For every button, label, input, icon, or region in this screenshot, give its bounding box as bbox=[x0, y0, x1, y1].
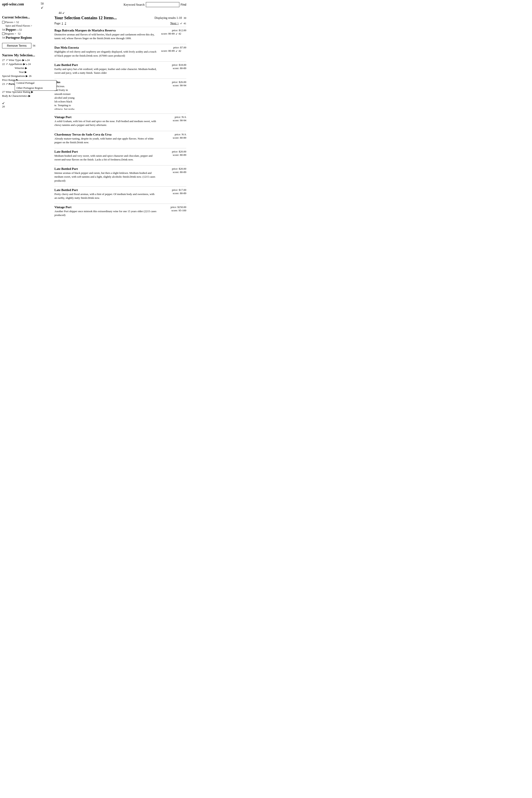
wine-score-7: score: 80-89 bbox=[161, 153, 186, 157]
special-designations-count: 26 bbox=[29, 74, 32, 78]
wine-name-2[interactable]: Dao Mela Encosta bbox=[54, 46, 157, 50]
price-range-label: Price Range bbox=[2, 78, 15, 82]
portugese-regions-dropdown: Central Portugal Other Portugese Region bbox=[15, 80, 57, 91]
wine-details-5: Vintage Port A solid Graham, with lots o… bbox=[54, 115, 161, 127]
appellations-arrow[interactable]: ▶ bbox=[23, 62, 25, 66]
page-label: Page: bbox=[54, 22, 61, 25]
wine-details-7: Late Bottled Port Medium-bodied and very… bbox=[54, 150, 161, 162]
year-arrow[interactable]: ▶ bbox=[25, 70, 27, 74]
wine-score-2: score: 80-89 bbox=[161, 49, 175, 53]
wine-details-4: edos delicious. and fruity in smooth tex… bbox=[54, 80, 161, 110]
right-panel: Your Selection Contains 12 Items... Disp… bbox=[54, 16, 186, 221]
wine-price-score-7: price: $20.00 score: 80-89 bbox=[161, 150, 186, 162]
narrow-title: Narrow My Selection... bbox=[2, 53, 50, 57]
wine-name-4[interactable]: edos bbox=[54, 80, 157, 84]
dropdown-item-central-portugal[interactable]: Central Portugal bbox=[15, 80, 56, 86]
wine-price-score-5: price: N/A score: 90-94 bbox=[161, 115, 186, 127]
wine-details-2: Dao Mela Encosta Highlights of red cherr… bbox=[54, 46, 161, 57]
wine-score-9: score: 80-89 bbox=[161, 192, 186, 195]
pepper-dash: — bbox=[16, 28, 19, 32]
find-button[interactable]: Find bbox=[180, 3, 186, 6]
page-2-link[interactable]: 2 bbox=[65, 22, 66, 25]
regions-checkbox[interactable] bbox=[2, 33, 5, 35]
page-1-link[interactable]: 1 bbox=[62, 22, 63, 25]
page-area: Page: 1 2 bbox=[54, 22, 67, 25]
wine-details-10: Vintage Port Another Port shipper once m… bbox=[54, 205, 161, 217]
next-link[interactable]: Next > bbox=[170, 22, 179, 25]
appellations-left-count: 22 bbox=[2, 62, 5, 66]
main-layout: Current Selection... Flavors > 52 Spice … bbox=[2, 16, 186, 221]
wine-price-score-4: price: $26.00 score: 90-94 bbox=[161, 80, 186, 110]
dropdown-item-other-portugese[interactable]: Other Portugese Region bbox=[15, 86, 56, 90]
annotation-56: 56 bbox=[33, 44, 35, 47]
pepper-count: 52 bbox=[19, 28, 22, 32]
wine-desc-9: Pretty cherry and floral aromas, with a … bbox=[54, 192, 157, 200]
flavors-count: 52 bbox=[16, 20, 19, 24]
body-characteristics-label: Body & Characteristics bbox=[2, 94, 27, 97]
site-title: opti-wine.com bbox=[2, 2, 24, 6]
portugese-regions-narrow-row: 23 ↗ Portugese Regions ◀ Central Portuga… bbox=[2, 82, 50, 86]
wine-name-6[interactable]: Chardonnay Terras do Sado Cova da Ursa bbox=[54, 133, 157, 137]
divider-top bbox=[54, 27, 186, 27]
body-characteristics-arrow[interactable]: ▶ bbox=[28, 94, 31, 97]
wine-score-5: score: 90-94 bbox=[161, 119, 186, 122]
divider-4 bbox=[54, 113, 186, 114]
portugese-regions-left-count: 23 bbox=[2, 82, 5, 86]
wine-score-4: score: 90-94 bbox=[161, 84, 186, 87]
wine-name-9[interactable]: Late Bottled Port bbox=[54, 188, 157, 192]
wine-score-3: score: 80-89 bbox=[161, 67, 186, 70]
wine-price-7: price: $20.00 bbox=[161, 150, 186, 153]
wine-types-left-count: 27 bbox=[2, 58, 5, 62]
flavors-label: Flavors > bbox=[5, 20, 16, 24]
pepper-row: 54 Pepper — 52 bbox=[2, 28, 50, 32]
divider-3 bbox=[54, 78, 186, 79]
left-panel: Current Selection... Flavors > 52 Spice … bbox=[2, 16, 50, 221]
wine-name-5[interactable]: Vintage Port bbox=[54, 115, 157, 119]
wine-desc-1: Distinctive aromas and flavors of wild b… bbox=[54, 33, 157, 40]
wine-item-9: Late Bottled Port Pretty cherry and flor… bbox=[54, 188, 186, 200]
wine-name-7[interactable]: Late Bottled Port bbox=[54, 150, 157, 153]
wine-name-10[interactable]: Vintage Port bbox=[54, 205, 157, 209]
keyword-search-label: Keyword Search bbox=[124, 3, 145, 6]
wine-price-score-2: price: $7.00 score: 80-89 ↙ 42 bbox=[161, 46, 186, 57]
wineries-arrow[interactable]: ▶ bbox=[25, 67, 27, 70]
wine-details-6: Chardonnay Terras do Sado Cova da Ursa A… bbox=[54, 133, 161, 144]
flavors-checkbox[interactable] bbox=[2, 21, 5, 23]
appellations-right-count: 24 bbox=[28, 62, 31, 66]
wine-name-3[interactable]: Late Bottled Port bbox=[54, 63, 157, 67]
year-label: Year bbox=[19, 70, 24, 74]
wine-item-7: Late Bottled Port Medium-bodied and very… bbox=[54, 150, 186, 162]
annotation-44: 44 bbox=[59, 11, 61, 15]
divider-6 bbox=[54, 148, 186, 148]
your-selection-title: Your Selection Contains 12 Items... bbox=[54, 16, 117, 20]
current-selection-section: Current Selection... Flavors > 52 Spice … bbox=[2, 16, 50, 50]
wine-details-8: Late Bottled Port Intense aromas of blac… bbox=[54, 167, 161, 183]
keyword-search-input[interactable] bbox=[146, 2, 179, 7]
wine-item-3: Late Bottled Port Earthy and spicy but a… bbox=[54, 63, 186, 75]
wine-price-3: price: $18.00 bbox=[161, 63, 186, 67]
wine-name-1[interactable]: Baga Bairrada Marques de Marialva Reserv… bbox=[54, 29, 157, 32]
wine-name-8[interactable]: Late Bottled Port bbox=[54, 167, 157, 171]
wine-spectator-arrow[interactable]: ▶ bbox=[31, 90, 33, 94]
wine-item-8: Late Bottled Port Intense aromas of blac… bbox=[54, 167, 186, 183]
wine-details-3: Late Bottled Port Earthy and spicy but a… bbox=[54, 63, 161, 75]
wine-desc-5: A solid Graham, with lots of fruit and s… bbox=[54, 120, 157, 127]
spice-row: Spice and Floral Flavors > bbox=[5, 24, 50, 28]
wine-details-1: Baga Bairrada Marques de Marialva Reserv… bbox=[54, 29, 161, 40]
wine-desc-4: delicious. and fruity in smooth texture … bbox=[54, 85, 157, 110]
annotation-42b: 42 bbox=[178, 49, 181, 53]
body-characteristics-row: Body & Characteristics ▶ bbox=[2, 94, 50, 97]
remove-terms-button[interactable]: Remove Terms bbox=[2, 43, 32, 48]
wine-price-6: price: N/A bbox=[161, 133, 186, 136]
pepper-prefix-count: 54 bbox=[2, 28, 5, 32]
wine-desc-6: Already mature-tasting, despite its yout… bbox=[54, 137, 157, 144]
year-row: Year ▶ bbox=[19, 70, 50, 74]
wine-types-row: 27 ↗ Wine Types ▶ ↘ 24 bbox=[2, 58, 50, 62]
wine-desc-10: Another Port shipper once mistook this e… bbox=[54, 210, 157, 217]
wine-types-arrow[interactable]: ▶ bbox=[22, 58, 24, 62]
special-designations-arrow[interactable]: ▶ bbox=[26, 74, 28, 78]
wine-desc-7: Medium-bodied and very sweet, with raisi… bbox=[54, 154, 157, 162]
wine-spectator-label: Wine Spectator Rating bbox=[6, 90, 30, 94]
wine-item-2: Dao Mela Encosta Highlights of red cherr… bbox=[54, 46, 186, 57]
wine-price-score-10: price: $250.00 score: 95-100 bbox=[161, 205, 186, 217]
